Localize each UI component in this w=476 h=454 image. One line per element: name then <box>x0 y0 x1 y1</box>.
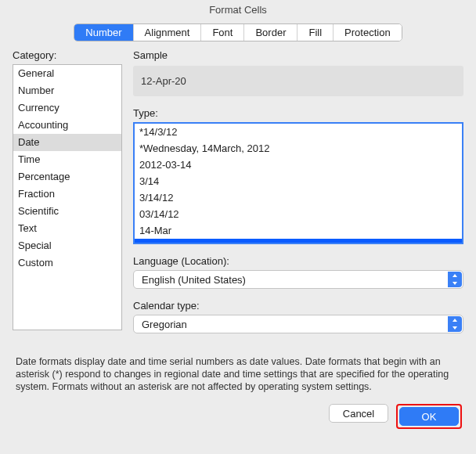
category-item[interactable]: Text <box>13 220 121 237</box>
type-label: Type: <box>133 107 463 119</box>
ok-highlight: OK <box>396 404 462 429</box>
language-select[interactable]: English (United States) <box>133 270 463 289</box>
stepper-icon <box>448 272 462 287</box>
category-item[interactable]: Special <box>13 237 121 254</box>
tab-number[interactable]: Number <box>74 24 133 41</box>
category-item[interactable]: Date <box>13 134 121 151</box>
type-item[interactable]: 3/14 <box>135 173 462 189</box>
category-item[interactable]: Percentage <box>13 168 121 186</box>
sample-value: 12-Apr-20 <box>133 66 463 96</box>
dialog-content: NumberAlignmentFontBorderFillProtection … <box>0 23 476 435</box>
category-item[interactable]: Number <box>13 82 121 99</box>
dialog-footer: Cancel OK <box>13 404 463 429</box>
category-item[interactable]: Scientific <box>13 203 121 220</box>
tab-font[interactable]: Font <box>201 24 244 41</box>
language-label: Language (Location): <box>133 255 463 267</box>
language-value: English (United States) <box>142 274 246 286</box>
category-item[interactable]: Time <box>13 151 121 168</box>
tab-border[interactable]: Border <box>244 24 298 41</box>
type-item[interactable]: *Wednesday, 14March, 2012 <box>135 140 462 157</box>
calendar-select[interactable]: Gregorian <box>133 315 463 333</box>
category-item[interactable]: Accounting <box>13 117 121 134</box>
window-title: Format Cells <box>0 0 476 20</box>
stepper-icon <box>448 316 462 332</box>
category-item[interactable]: Custom <box>13 254 121 272</box>
calendar-label: Calendar type: <box>133 300 463 312</box>
category-item[interactable]: Currency <box>13 99 121 117</box>
category-item[interactable]: Fraction <box>13 186 121 203</box>
category-item[interactable]: General <box>13 65 121 82</box>
type-item[interactable]: 14-Mar-12 <box>135 239 462 244</box>
category-list[interactable]: GeneralNumberCurrencyAccountingDateTimeP… <box>13 64 122 330</box>
type-item[interactable]: 03/14/12 <box>135 206 462 222</box>
description-text: Date formats display date and time seria… <box>13 355 463 393</box>
sample-label: Sample <box>133 49 463 61</box>
ok-button[interactable]: OK <box>399 407 459 426</box>
type-list[interactable]: *14/3/12*Wednesday, 14March, 20122012-03… <box>133 122 463 244</box>
type-item[interactable]: 3/14/12 <box>135 189 462 206</box>
type-item[interactable]: 2012-03-14 <box>135 157 462 173</box>
tab-protection[interactable]: Protection <box>334 24 402 41</box>
tab-alignment[interactable]: Alignment <box>134 24 202 41</box>
calendar-value: Gregorian <box>142 319 187 330</box>
type-item[interactable]: *14/3/12 <box>135 124 462 140</box>
cancel-button[interactable]: Cancel <box>329 404 388 423</box>
category-label: Category: <box>13 49 122 61</box>
type-item[interactable]: 14-Mar <box>135 222 462 239</box>
tab-bar: NumberAlignmentFontBorderFillProtection <box>13 23 463 41</box>
tab-fill[interactable]: Fill <box>298 24 334 41</box>
